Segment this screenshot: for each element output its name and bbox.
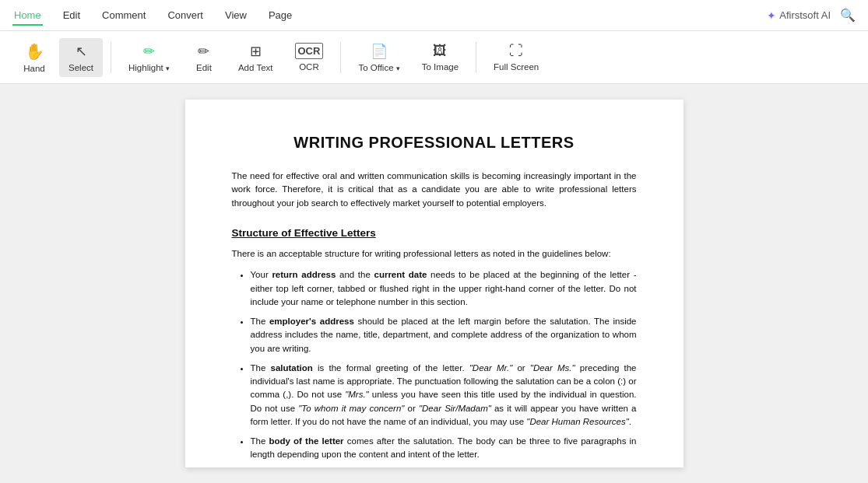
- toolbar-divider-3: [476, 42, 476, 73]
- chevron-down-icon-2: ▾: [396, 65, 400, 72]
- add-text-icon: ⊞: [250, 43, 262, 60]
- select-label: Select: [69, 63, 93, 72]
- hand-label: Hand: [23, 64, 45, 73]
- list-item: The employer's address should be placed …: [251, 315, 637, 355]
- menu-item-page[interactable]: Page: [267, 6, 293, 24]
- menu-right: ✦ Afirstsoft AI 🔍: [767, 8, 856, 23]
- highlight-icon: ✏: [143, 43, 155, 60]
- full-screen-icon: ⛶: [509, 43, 523, 59]
- chevron-down-icon: ▾: [166, 65, 170, 72]
- ocr-icon: OCR: [295, 43, 324, 59]
- to-office-button[interactable]: 📄 To Office ▾: [349, 38, 409, 77]
- ai-star-icon: ✦: [767, 9, 776, 22]
- toolbar: ✋ Hand ↖ Select ✏ Highlight ▾ ✏ Edit ⊞ A…: [0, 31, 868, 84]
- section1-title: Structure of Effective Letters: [232, 226, 637, 241]
- content-area: WRITING PROFESSIONAL LETTERS The need fo…: [0, 84, 868, 483]
- document-viewer[interactable]: WRITING PROFESSIONAL LETTERS The need fo…: [185, 100, 684, 467]
- to-image-button[interactable]: 🖼 To Image: [413, 38, 468, 76]
- list-item: Your return address and the current date…: [251, 268, 637, 309]
- menu-item-comment[interactable]: Comment: [100, 6, 147, 24]
- hand-tool-button[interactable]: ✋ Hand: [12, 37, 56, 78]
- toolbar-divider-2: [340, 42, 341, 73]
- menu-item-edit[interactable]: Edit: [61, 6, 82, 24]
- menu-item-view[interactable]: View: [223, 6, 248, 24]
- select-tool-button[interactable]: ↖ Select: [59, 38, 103, 77]
- edit-tool-button[interactable]: ✏ Edit: [182, 38, 226, 77]
- ocr-button[interactable]: OCR OCR: [286, 38, 333, 76]
- highlight-tool-button[interactable]: ✏ Highlight ▾: [119, 38, 179, 77]
- list-item: The salutation is the formal greeting of…: [251, 362, 637, 429]
- to-office-icon: 📄: [371, 43, 388, 60]
- add-text-label: Add Text: [238, 63, 273, 72]
- menu-item-home[interactable]: Home: [12, 6, 43, 24]
- list-item: The body of the letter comes after the s…: [251, 435, 637, 462]
- menu-item-convert[interactable]: Convert: [166, 6, 205, 24]
- ai-label[interactable]: ✦ Afirstsoft AI: [767, 9, 831, 22]
- add-text-button[interactable]: ⊞ Add Text: [229, 38, 283, 77]
- full-screen-button[interactable]: ⛶ Full Screen: [484, 38, 548, 76]
- edit-icon: ✏: [198, 43, 209, 60]
- search-icon[interactable]: 🔍: [840, 8, 856, 23]
- highlight-label: Highlight ▾: [128, 63, 170, 72]
- document-title: WRITING PROFESSIONAL LETTERS: [232, 131, 637, 154]
- ai-text: Afirstsoft AI: [779, 9, 831, 21]
- select-icon: ↖: [76, 43, 87, 60]
- section1-intro: There is an acceptable structure for wri…: [232, 247, 637, 261]
- edit-label: Edit: [196, 63, 212, 72]
- to-office-label: To Office ▾: [358, 63, 399, 72]
- full-screen-label: Full Screen: [494, 62, 539, 72]
- hand-icon: ✋: [25, 42, 44, 61]
- document-intro: The need for effective oral and written …: [232, 170, 637, 210]
- to-image-icon: 🖼: [433, 43, 447, 59]
- to-image-label: To Image: [422, 62, 459, 72]
- toolbar-divider-1: [111, 42, 111, 73]
- menu-bar: Home Edit Comment Convert View Page ✦ Af…: [0, 0, 868, 31]
- section1-list: Your return address and the current date…: [251, 268, 637, 467]
- ocr-label: OCR: [299, 62, 319, 72]
